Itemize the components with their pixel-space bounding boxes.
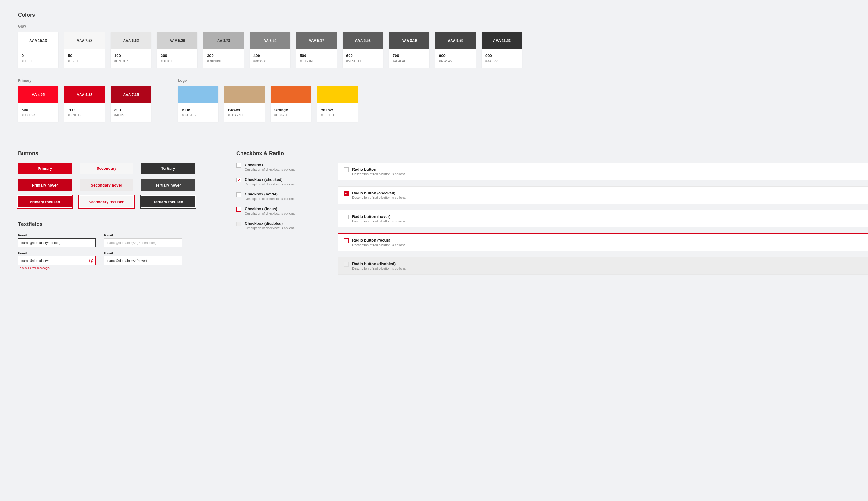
swatch-contrast: AAA 7.58: [64, 32, 105, 49]
radio-label: Radio button (hover): [352, 214, 407, 219]
radio-card: Radio button (disabled)Description of ra…: [338, 257, 868, 275]
color-swatch: AAA 6.62100#E7E7E7: [111, 32, 151, 67]
checkbox-label: Checkbox (hover): [245, 192, 296, 196]
email-input-placeholder[interactable]: [104, 238, 182, 247]
color-swatch: Blue#86C2EB: [178, 86, 218, 122]
checkbox-description: Description of checkbox is optional.: [245, 197, 296, 201]
swatch-hex: #AF0519: [114, 113, 147, 117]
radio-input: [344, 238, 348, 243]
radio-card[interactable]: Radio button (checked)Description of rad…: [338, 186, 868, 204]
color-swatch: AAA 15.130#FFFFFF: [18, 32, 58, 67]
swatch-contrast: [317, 86, 357, 104]
checkbox-item: Checkbox (checked)Description of checkbo…: [237, 177, 320, 186]
tertiary-focused-button[interactable]: Tertiary focused: [141, 196, 195, 207]
checkbox-input[interactable]: [237, 192, 241, 197]
secondary-button[interactable]: Secondary: [80, 163, 134, 174]
radio-list: Radio buttonDescription of radio button …: [338, 163, 868, 275]
swatch-name: 0: [22, 54, 55, 58]
checkbox-input[interactable]: [237, 178, 241, 182]
checkbox-label: Checkbox (focus): [245, 206, 296, 211]
textfield-placeholder: Email: [104, 233, 182, 247]
swatch-name: 500: [300, 54, 333, 58]
swatch-hex: #FFFFFF: [22, 59, 55, 63]
email-input-hover[interactable]: [104, 256, 182, 265]
section-colors-title: Colors: [18, 12, 868, 18]
checkbox-label: Checkbox (disabled): [245, 221, 296, 226]
radio-label: Radio button: [352, 167, 407, 172]
swatch-hex: #D1D1D1: [161, 59, 194, 63]
swatch-hex: #B0B0B0: [207, 59, 240, 63]
color-swatch: AAA 7.5850#F6F6F6: [64, 32, 105, 67]
radio-description: Description of radio button is optional.: [352, 220, 407, 223]
swatch-contrast: AAA 8.19: [389, 32, 429, 49]
primary-focused-button[interactable]: Primary focused: [18, 196, 72, 207]
swatch-hex: #FC0623: [22, 113, 55, 117]
radio-input: [344, 262, 348, 267]
primary-hover-button[interactable]: Primary hover: [18, 179, 72, 191]
radio-card[interactable]: Radio button (hover)Description of radio…: [338, 210, 868, 227]
color-swatch: Brown#CBA77D: [224, 86, 265, 122]
section-buttons-title: Buttons: [18, 150, 209, 157]
tertiary-hover-button[interactable]: Tertiary hover: [141, 179, 195, 191]
swatch-contrast: AAA 6.58: [343, 32, 383, 49]
checkbox-input[interactable]: [237, 207, 241, 212]
gray-swatches: AAA 15.130#FFFFFFAAA 7.5850#F6F6F6AAA 6.…: [18, 32, 868, 67]
primary-swatches: AA 4.05600#FC0623AAA 5.38700#D70019AAA 7…: [18, 86, 151, 122]
swatch-hex: #6D6D6D: [300, 59, 333, 63]
checkbox-description: Description of checkbox is optional.: [245, 212, 296, 215]
swatch-contrast: AAA 5.17: [296, 32, 337, 49]
swatch-contrast: [178, 86, 218, 104]
swatch-hex: #E7E7E7: [114, 59, 147, 63]
primary-button[interactable]: Primary: [18, 163, 72, 174]
swatch-hex: #888888: [253, 59, 287, 63]
radio-input: [344, 215, 348, 220]
swatch-hex: #D70019: [68, 113, 101, 117]
color-swatch: AAA 5.36200#D1D1D1: [157, 32, 198, 67]
color-swatch: AAA 8.19700#4F4F4F: [389, 32, 429, 67]
checkbox-description: Description of checkbox is optional.: [245, 226, 296, 230]
swatch-contrast: AAA 11.63: [482, 32, 522, 49]
swatch-hex: #CBA77D: [228, 113, 261, 117]
swatch-name: 400: [253, 54, 287, 58]
logo-label: Logo: [178, 78, 357, 83]
section-textfields-title: Textfields: [18, 221, 209, 227]
swatch-contrast: AA 3.78: [203, 32, 244, 49]
radio-card[interactable]: Radio buttonDescription of radio button …: [338, 163, 868, 180]
swatch-name: 600: [22, 108, 55, 112]
swatch-contrast: AAA 7.35: [111, 86, 151, 104]
email-input-focus[interactable]: [18, 238, 96, 247]
swatch-name: Yellow: [321, 108, 354, 112]
swatch-name: Orange: [274, 108, 307, 112]
color-swatch: AA 4.05600#FC0623: [18, 86, 58, 122]
swatch-name: 700: [393, 54, 426, 58]
radio-description: Description of radio button is optional.: [352, 172, 407, 176]
secondary-hover-button[interactable]: Secondary hover: [80, 179, 134, 191]
radio-input: [344, 191, 348, 196]
color-swatch: AAA 5.38700#D70019: [64, 86, 105, 122]
swatch-contrast: AA 3.54: [250, 32, 290, 49]
color-swatch: AAA 6.58600#5D5D5D: [343, 32, 383, 67]
swatch-name: 50: [68, 54, 101, 58]
checkbox-label: Checkbox (checked): [245, 177, 296, 182]
color-swatch: AAA 5.17500#6D6D6D: [296, 32, 337, 67]
radio-description: Description of radio button is optional.: [352, 243, 407, 247]
swatch-contrast: [271, 86, 311, 104]
radio-label: Radio button (disabled): [352, 262, 407, 266]
swatch-name: 800: [114, 108, 147, 112]
swatch-hex: #333333: [485, 59, 519, 63]
error-message: This is a error message.: [18, 266, 96, 270]
swatch-hex: #5D5D5D: [346, 59, 379, 63]
email-input-error[interactable]: [18, 256, 96, 265]
swatch-contrast: AAA 5.36: [157, 32, 198, 49]
tertiary-button[interactable]: Tertiary: [141, 163, 195, 174]
email-label: Email: [18, 252, 96, 255]
secondary-focused-button[interactable]: Secondary focused: [80, 196, 134, 207]
radio-label: Radio button (focus): [352, 238, 407, 243]
radio-card[interactable]: Radio button (focus)Description of radio…: [338, 233, 868, 251]
swatch-name: 800: [439, 54, 472, 58]
swatch-contrast: AAA 15.13: [18, 32, 58, 49]
textfield-hover: Email: [104, 252, 182, 270]
swatch-contrast: AAA 5.38: [64, 86, 105, 104]
checkbox-input[interactable]: [237, 163, 241, 168]
swatch-hex: #4F4F4F: [393, 59, 426, 63]
